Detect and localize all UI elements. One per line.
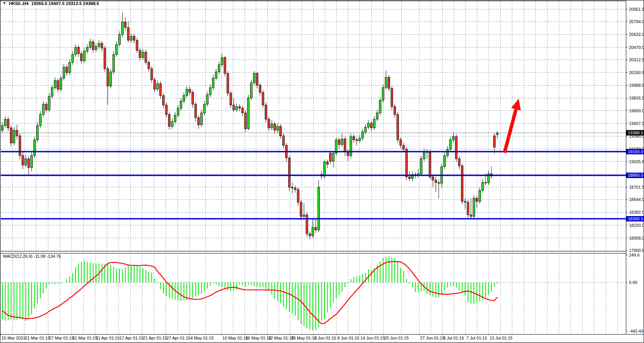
bull-candle (215, 72, 217, 78)
time-tick-label: 27 Jun 01:15 (420, 336, 445, 340)
trend-arrow[interactable] (504, 99, 521, 153)
bull-candle (42, 104, 44, 115)
bull-candle (496, 133, 498, 135)
symbol-label: HK50-,H4 (9, 1, 29, 6)
bull-candle (119, 35, 121, 45)
bull-candle (247, 98, 249, 129)
bull-candle (4, 119, 6, 125)
hline-price-badge-label: 19150.0 (628, 149, 643, 154)
bull-candle (373, 119, 375, 128)
bull-candle (180, 101, 182, 108)
price-tick-label: 18701.5 (629, 185, 644, 189)
bear-candle (107, 69, 109, 86)
chart-window: 20951.520794.020632.020470.020312.520150… (0, 0, 644, 343)
bull-candle (177, 108, 179, 115)
bear-candle (485, 182, 487, 183)
bear-candle (239, 106, 240, 108)
bear-candle (476, 198, 478, 201)
bear-candle (16, 130, 18, 136)
price-tick-label: 19669.0 (629, 108, 644, 113)
bull-candle (142, 52, 144, 57)
price-tick-label: 19025.5 (629, 159, 644, 164)
price-axis[interactable]: 20951.520794.020632.020470.020312.520150… (626, 7, 644, 333)
bull-candle (482, 182, 484, 190)
time-tick-label: 20 Jun 01:15 (384, 336, 409, 340)
macd-tick-label: 0.00 (629, 280, 637, 285)
bear-candle (154, 80, 156, 90)
bear-candle (104, 48, 106, 69)
bull-candle (113, 54, 114, 72)
bear-candle (456, 137, 457, 159)
bear-candle (405, 149, 407, 177)
time-tick-label: 27 Mar 01:15 (49, 336, 74, 340)
bull-candle (218, 65, 220, 72)
bear-candle (403, 145, 405, 149)
bull-candle (382, 88, 384, 100)
bear-candle (28, 159, 30, 167)
bear-candle (300, 202, 302, 216)
bull-candle (48, 96, 50, 110)
time-tick-label: 4 May 01:15 (190, 336, 214, 340)
bear-candle (330, 153, 331, 161)
bear-candle (409, 177, 410, 179)
bull-candle (379, 100, 381, 113)
bear-candle (163, 96, 165, 105)
bull-candle (362, 132, 363, 138)
bear-candle (101, 43, 103, 48)
bull-candle (34, 140, 35, 155)
bear-candle (467, 202, 469, 215)
bull-candle (420, 159, 422, 174)
bear-candle (19, 136, 21, 155)
last-price-badge-label: 19388.5 (628, 130, 643, 135)
bear-candle (77, 47, 79, 54)
price-tick-label: 20632.0 (629, 32, 644, 37)
bull-candle (63, 67, 65, 78)
bear-candle (268, 119, 270, 128)
bull-candle (95, 47, 97, 50)
price-tick-label: 20951.5 (629, 7, 644, 12)
bull-candle (236, 106, 238, 110)
time-tick-label: 10 May 01:15 (222, 336, 248, 340)
bull-candle (385, 77, 387, 88)
bull-candle (350, 137, 352, 155)
time-tick-label: 31 Mar 01:15 (72, 336, 98, 340)
bull-candle (253, 73, 255, 83)
gridlines (1, 1, 626, 334)
bull-candle (303, 215, 305, 216)
bear-candle (145, 52, 147, 63)
bear-candle (370, 123, 372, 128)
bear-candle (168, 115, 170, 127)
bull-candle (277, 126, 279, 130)
bull-candle (207, 95, 209, 105)
bear-candle (344, 139, 346, 152)
bull-candle (318, 187, 319, 230)
bull-candle (51, 88, 53, 96)
bear-candle (124, 22, 126, 27)
time-axis[interactable]: 15 Mar 202321 Mar 01:1527 Mar 01:1531 Ma… (1, 334, 513, 340)
bull-candle (473, 198, 475, 216)
chart-plot[interactable]: 20951.520794.020632.020470.020312.520150… (0, 0, 644, 343)
price-tick-label: 17900.5 (629, 248, 644, 253)
bull-candle (312, 228, 314, 236)
bear-candle (233, 105, 235, 110)
macd-tick-label: -442.43 (629, 329, 643, 333)
bull-candle (54, 81, 56, 88)
bull-candle (423, 152, 425, 159)
bull-candle (209, 88, 211, 95)
bear-candle (353, 137, 355, 140)
ohlc-values: 19365.5 19407.5 19313.5 19388.5 (31, 1, 99, 6)
bear-candle (461, 166, 463, 201)
bear-candle (224, 57, 226, 73)
bull-candle (332, 153, 334, 161)
bear-candle (280, 126, 282, 136)
time-tick-label: 22 May 01:15 (268, 336, 294, 340)
bull-candle (171, 122, 173, 126)
price-tick-label: 18058.0 (629, 236, 644, 240)
time-tick-label: 8 Jun 01:15 (337, 336, 360, 340)
price-tick-label: 19988.5 (629, 83, 644, 88)
symbol-dropdown-icon[interactable]: ▼ (3, 1, 6, 5)
bull-candle (116, 44, 118, 54)
time-tick-label: 11 Apr 01:15 (96, 336, 120, 340)
bull-candle (324, 162, 326, 176)
bear-candle (326, 162, 328, 164)
